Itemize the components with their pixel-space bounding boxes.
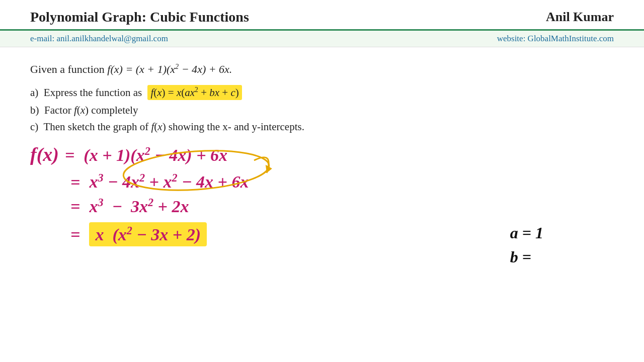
subheader: e-mail: anil.anilkhandelwal@gmail.com we… [0, 31, 644, 47]
given-function: Given a function f(x) = (x + 1)(x2 − 4x)… [30, 62, 614, 76]
main-content: Given a function f(x) = (x + 1)(x2 − 4x)… [0, 47, 644, 284]
email-text: e-mail: anil.anilkhandelwal@gmail.com [30, 34, 168, 44]
fx-label: f(x) [30, 143, 59, 165]
math-line-3: = x3 − 3x2 + 2x [30, 196, 614, 216]
equals-1: = [65, 146, 74, 165]
line3-expr: x3 − 3x2 + 2x [89, 196, 189, 216]
author-name: Anil Kumar [546, 10, 614, 25]
part-a: a) Express the function as f(x) = x(ax2 … [30, 85, 614, 100]
a-value: a = 1 [510, 221, 543, 245]
line1-expr: (x + 1)(x2 − 4x) + 6x [84, 145, 227, 165]
website-text: website: GlobalMathInstitute.com [497, 34, 614, 44]
given-label: Given a function [30, 63, 107, 75]
equals-3: = [70, 197, 80, 216]
part-c-text: c) Then sketch the graph of f(x) showing… [30, 121, 304, 133]
part-b: b) Factor f(x) completely [30, 104, 614, 117]
line4-highlight: x (x2 − 3x + 2) [89, 222, 207, 246]
math-line-1: f(x) = (x + 1)(x2 − 4x) + 6x [30, 143, 614, 165]
math-line-2: = x3 − 4x2 + x2 − 4x + 6x [30, 171, 614, 192]
b-value: b = [510, 245, 543, 269]
coefficient-annotations: a = 1 b = [510, 221, 543, 269]
line2-expr: x3 − 4x2 + x2 − 4x + 6x [89, 171, 249, 192]
page-title: Polynomial Graph: Cubic Functions [30, 9, 249, 25]
equals-2: = [70, 173, 80, 192]
part-a-prefix: a) Express the function as [30, 86, 144, 99]
equals-4: = [70, 225, 80, 244]
page-header: Polynomial Graph: Cubic Functions Anil K… [0, 0, 644, 31]
part-c: c) Then sketch the graph of f(x) showing… [30, 121, 614, 133]
part-a-highlight: f(x) = x(ax2 + bx + c) [147, 85, 242, 100]
problem-parts: a) Express the function as f(x) = x(ax2 … [30, 85, 614, 133]
math-work-area: f(x) = (x + 1)(x2 − 4x) + 6x = x3 − 4x2 … [30, 143, 614, 274]
part-b-text: b) Factor f(x) completely [30, 104, 138, 117]
given-math: f(x) = (x + 1)(x2 − 4x) + 6x. [107, 63, 232, 75]
